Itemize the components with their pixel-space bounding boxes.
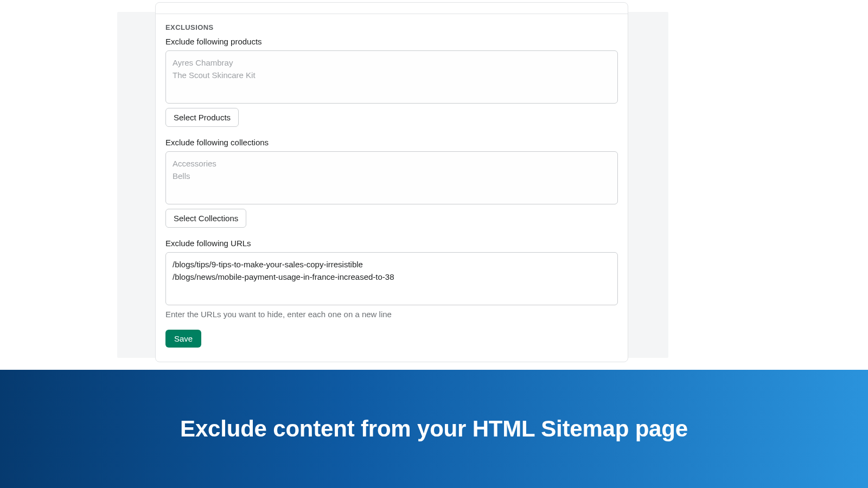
list-item: Accessories xyxy=(173,157,611,170)
save-button[interactable]: Save xyxy=(165,330,201,348)
exclude-products-label: Exclude following products xyxy=(165,37,618,46)
exclude-urls-block: Exclude following URLs /blogs/tips/9-tip… xyxy=(165,239,618,319)
exclude-collections-block: Exclude following collections Accessorie… xyxy=(165,138,618,228)
exclude-products-block: Exclude following products Ayres Chambra… xyxy=(165,37,618,127)
list-item: Bells xyxy=(173,170,611,182)
exclude-urls-help: Enter the URLs you want to hide, enter e… xyxy=(165,310,618,319)
promo-banner: Exclude content from your HTML Sitemap p… xyxy=(0,370,868,488)
exclude-collections-box[interactable]: Accessories Bells xyxy=(165,151,618,204)
section-title: EXCLUSIONS xyxy=(165,23,618,31)
exclude-urls-textarea[interactable]: /blogs/tips/9-tips-to-make-your-sales-co… xyxy=(165,252,618,305)
exclude-urls-label: Exclude following URLs xyxy=(165,239,618,248)
banner-title: Exclude content from your HTML Sitemap p… xyxy=(180,416,688,442)
exclude-collections-label: Exclude following collections xyxy=(165,138,618,147)
list-item: Ayres Chambray xyxy=(173,56,611,69)
url-line: /blogs/news/mobile-payment-usage-in-fran… xyxy=(173,271,611,283)
app-frame: EXCLUSIONS Exclude following products Ay… xyxy=(117,12,668,358)
exclusions-panel: EXCLUSIONS Exclude following products Ay… xyxy=(155,2,628,362)
url-line: /blogs/tips/9-tips-to-make-your-sales-co… xyxy=(173,258,611,271)
exclude-products-box[interactable]: Ayres Chambray The Scout Skincare Kit xyxy=(165,50,618,104)
select-products-button[interactable]: Select Products xyxy=(165,108,239,127)
panel-separator xyxy=(156,14,628,14)
list-item: The Scout Skincare Kit xyxy=(173,69,611,81)
select-collections-button[interactable]: Select Collections xyxy=(165,209,246,228)
